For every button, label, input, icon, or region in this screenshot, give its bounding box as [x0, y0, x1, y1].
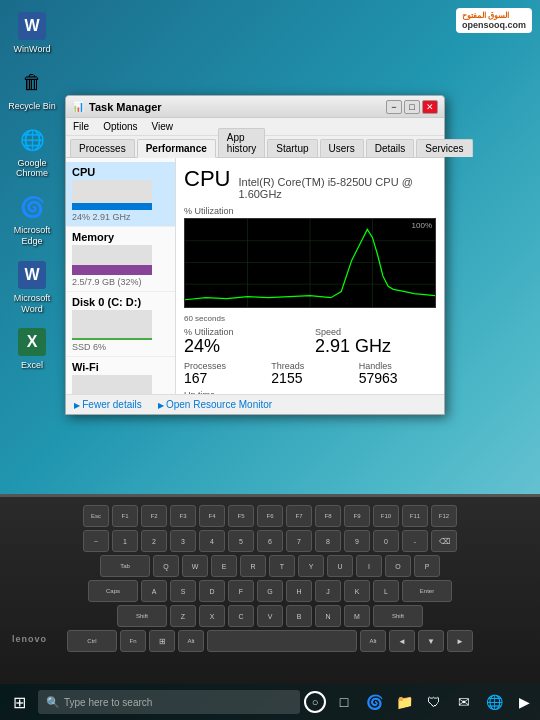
key-q[interactable]: Q — [153, 555, 179, 577]
key-s[interactable]: S — [170, 580, 196, 602]
start-button[interactable]: ⊞ — [4, 688, 34, 716]
key-i[interactable]: I — [356, 555, 382, 577]
sidebar-item-wifi[interactable]: Wi-Fi Wi-Fi S: 0.2 R: 6.6 Mbps — [66, 357, 175, 394]
key-t[interactable]: T — [269, 555, 295, 577]
key-9[interactable]: 9 — [344, 530, 370, 552]
key-f8[interactable]: F8 — [315, 505, 341, 527]
key-b[interactable]: B — [286, 605, 312, 627]
menu-view[interactable]: View — [149, 120, 177, 133]
key-v[interactable]: V — [257, 605, 283, 627]
key-f9[interactable]: F9 — [344, 505, 370, 527]
taskbar-mail[interactable]: ✉ — [452, 690, 476, 714]
sidebar-item-cpu[interactable]: CPU 24% 2.91 GHz — [66, 162, 175, 227]
desktop-icon-chrome[interactable]: 🌐 Google Chrome — [8, 124, 56, 180]
key-8[interactable]: 8 — [315, 530, 341, 552]
taskbar-chrome[interactable]: 🌐 — [482, 690, 506, 714]
key-n[interactable]: N — [315, 605, 341, 627]
menu-options[interactable]: Options — [100, 120, 140, 133]
sidebar-item-memory[interactable]: Memory 2.5/7.9 GB (32%) — [66, 227, 175, 292]
desktop-icon-msword[interactable]: W Microsoft Word — [8, 259, 56, 315]
key-f3[interactable]: F3 — [170, 505, 196, 527]
key-f7[interactable]: F7 — [286, 505, 312, 527]
key-p[interactable]: P — [414, 555, 440, 577]
tab-processes[interactable]: Processes — [70, 139, 135, 157]
taskbar-security[interactable]: 🛡 — [422, 690, 446, 714]
key-l[interactable]: L — [373, 580, 399, 602]
sidebar-item-disk[interactable]: Disk 0 (C: D:) SSD 6% — [66, 292, 175, 357]
key-backspace[interactable]: ⌫ — [431, 530, 457, 552]
key-f5[interactable]: F5 — [228, 505, 254, 527]
search-bar[interactable]: 🔍 Type here to search — [38, 690, 300, 714]
key-1[interactable]: 1 — [112, 530, 138, 552]
key-ctrl[interactable]: Ctrl — [67, 630, 117, 652]
key-g[interactable]: G — [257, 580, 283, 602]
key-7[interactable]: 7 — [286, 530, 312, 552]
key-j[interactable]: J — [315, 580, 341, 602]
key-e[interactable]: E — [211, 555, 237, 577]
tab-apphistory[interactable]: App history — [218, 128, 265, 157]
key-down[interactable]: ▼ — [418, 630, 444, 652]
key-caps[interactable]: Caps — [88, 580, 138, 602]
key-esc[interactable]: Esc — [83, 505, 109, 527]
close-button[interactable]: ✕ — [422, 100, 438, 114]
key-o[interactable]: O — [385, 555, 411, 577]
key-c[interactable]: C — [228, 605, 254, 627]
fewer-details-link[interactable]: Fewer details — [74, 399, 142, 410]
tab-performance[interactable]: Performance — [137, 139, 216, 158]
key-left[interactable]: ◄ — [389, 630, 415, 652]
tab-users[interactable]: Users — [320, 139, 364, 157]
taskbar-cortana[interactable]: ○ — [304, 691, 326, 713]
key-m[interactable]: M — [344, 605, 370, 627]
key-4[interactable]: 4 — [199, 530, 225, 552]
maximize-button[interactable]: □ — [404, 100, 420, 114]
taskbar-media[interactable]: ▶ — [512, 690, 536, 714]
tab-startup[interactable]: Startup — [267, 139, 317, 157]
key-5[interactable]: 5 — [228, 530, 254, 552]
key-f4[interactable]: F4 — [199, 505, 225, 527]
key-shift-r[interactable]: Shift — [373, 605, 423, 627]
key-minus[interactable]: - — [402, 530, 428, 552]
key-f6[interactable]: F6 — [257, 505, 283, 527]
key-f1[interactable]: F1 — [112, 505, 138, 527]
key-k[interactable]: K — [344, 580, 370, 602]
key-r[interactable]: R — [240, 555, 266, 577]
key-w[interactable]: W — [182, 555, 208, 577]
key-enter[interactable]: Enter — [402, 580, 452, 602]
key-shift-l[interactable]: Shift — [117, 605, 167, 627]
key-tab[interactable]: Tab — [100, 555, 150, 577]
key-f10[interactable]: F10 — [373, 505, 399, 527]
key-f11[interactable]: F11 — [402, 505, 428, 527]
key-f2[interactable]: F2 — [141, 505, 167, 527]
key-tilde[interactable]: ~ — [83, 530, 109, 552]
key-y[interactable]: Y — [298, 555, 324, 577]
key-f[interactable]: F — [228, 580, 254, 602]
menu-file[interactable]: File — [70, 120, 92, 133]
key-win[interactable]: ⊞ — [149, 630, 175, 652]
tab-details[interactable]: Details — [366, 139, 415, 157]
key-2[interactable]: 2 — [141, 530, 167, 552]
key-z[interactable]: Z — [170, 605, 196, 627]
key-f12[interactable]: F12 — [431, 505, 457, 527]
key-3[interactable]: 3 — [170, 530, 196, 552]
taskbar-tasksview[interactable]: □ — [332, 690, 356, 714]
taskbar-edge[interactable]: 🌀 — [362, 690, 386, 714]
key-d[interactable]: D — [199, 580, 225, 602]
key-right[interactable]: ► — [447, 630, 473, 652]
desktop-icon-word[interactable]: W WinWord — [8, 10, 56, 55]
key-altgr[interactable]: Alt — [360, 630, 386, 652]
key-0[interactable]: 0 — [373, 530, 399, 552]
key-6[interactable]: 6 — [257, 530, 283, 552]
desktop-icon-edge[interactable]: 🌀 Microsoft Edge — [8, 191, 56, 247]
key-x[interactable]: X — [199, 605, 225, 627]
key-space[interactable] — [207, 630, 357, 652]
taskbar-explorer[interactable]: 📁 — [392, 690, 416, 714]
open-monitor-link[interactable]: Open Resource Monitor — [158, 399, 272, 410]
minimize-button[interactable]: − — [386, 100, 402, 114]
tab-services[interactable]: Services — [416, 139, 472, 157]
desktop-icon-excel[interactable]: X Excel — [8, 326, 56, 371]
key-u[interactable]: U — [327, 555, 353, 577]
key-a[interactable]: A — [141, 580, 167, 602]
desktop-icon-recycle[interactable]: 🗑 Recycle Bin — [8, 67, 56, 112]
key-fn[interactable]: Fn — [120, 630, 146, 652]
key-h[interactable]: H — [286, 580, 312, 602]
